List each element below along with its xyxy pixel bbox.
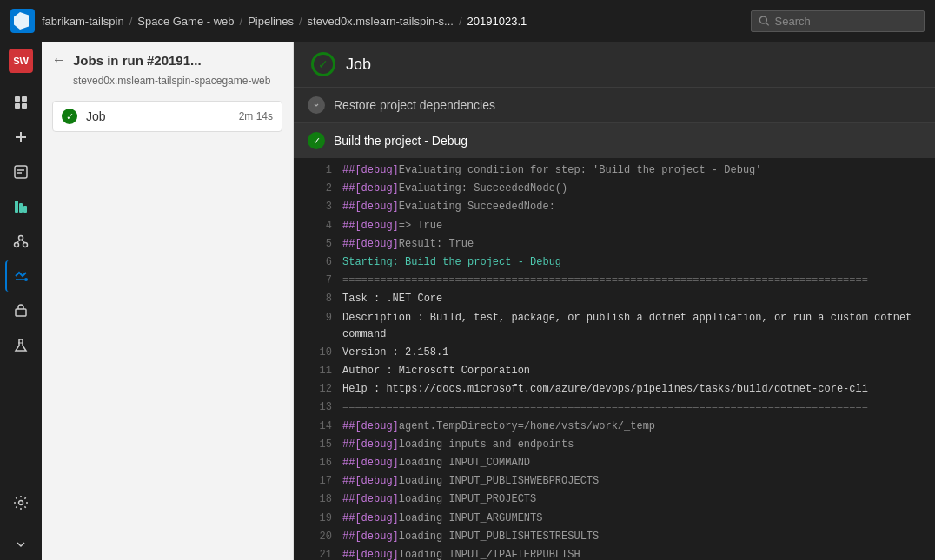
svg-point-15 bbox=[15, 243, 19, 247]
svg-rect-5 bbox=[22, 103, 27, 109]
svg-rect-12 bbox=[19, 203, 23, 213]
job-duration: 2m 14s bbox=[239, 110, 273, 122]
log-line: 10Version : 2.158.1 bbox=[294, 344, 935, 362]
line-number: 13 bbox=[301, 399, 332, 416]
sidebar-item-boards[interactable] bbox=[5, 191, 36, 222]
log-line: 3##[debug]Evaluating SucceededNode: bbox=[294, 198, 935, 216]
log-line: 21##[debug]loading INPUT_ZIPAFTERPUBLISH bbox=[294, 546, 935, 560]
log-text: ##[debug]Result: True bbox=[342, 236, 474, 253]
active-step-icon: ✓ bbox=[308, 132, 325, 149]
sidebar-item-repos[interactable] bbox=[5, 226, 36, 257]
sep1: / bbox=[129, 15, 133, 28]
sep2: / bbox=[240, 15, 243, 28]
user-avatar[interactable]: SW bbox=[9, 49, 33, 73]
sidebar-item-test[interactable] bbox=[5, 330, 36, 361]
search-box[interactable] bbox=[751, 10, 925, 32]
svg-rect-2 bbox=[15, 96, 20, 102]
log-text: ##[debug]loading INPUT_PROJECTS bbox=[342, 491, 536, 508]
line-number: 18 bbox=[301, 491, 332, 508]
job-success-icon: ✓ bbox=[311, 52, 335, 76]
log-text: ##[debug]Evaluating SucceededNode: bbox=[342, 199, 555, 215]
line-number: 19 bbox=[301, 511, 332, 527]
active-step-header[interactable]: ✓ Build the project - Debug bbox=[294, 123, 935, 158]
log-text: ========================================… bbox=[342, 399, 868, 416]
log-line: 4##[debug]=> True bbox=[294, 217, 935, 235]
sidebar-item-add[interactable] bbox=[5, 122, 36, 153]
log-line: 19##[debug]loading INPUT_ARGUMENTS bbox=[294, 510, 935, 528]
line-number: 3 bbox=[301, 199, 332, 215]
left-panel-header: ← Jobs in run #20191... bbox=[52, 52, 282, 68]
svg-rect-8 bbox=[15, 166, 27, 178]
log-line: 13======================================… bbox=[294, 399, 935, 417]
line-number: 15 bbox=[301, 437, 332, 453]
breadcrumb-pipeline-name[interactable]: steved0x.mslearn-tailspin-s... bbox=[308, 15, 454, 28]
job-status-icon: ✓ bbox=[62, 109, 77, 124]
job-list-item[interactable]: ✓ Job 2m 14s bbox=[52, 101, 282, 132]
topbar: fabrikam-tailspin / Space Game - web / P… bbox=[0, 0, 935, 42]
sidebar-item-settings[interactable] bbox=[5, 487, 36, 518]
active-step-title: Build the project - Debug bbox=[334, 134, 468, 148]
job-header: ✓ Job bbox=[294, 42, 935, 88]
log-container[interactable]: 1##[debug]Evaluating condition for step:… bbox=[294, 158, 935, 560]
sidebar-item-overview[interactable] bbox=[5, 156, 36, 188]
log-line: 1##[debug]Evaluating condition for step:… bbox=[294, 161, 935, 180]
search-input[interactable] bbox=[775, 15, 917, 28]
svg-rect-3 bbox=[22, 96, 27, 102]
sep4: / bbox=[459, 15, 462, 28]
svg-line-17 bbox=[17, 240, 21, 243]
line-number: 5 bbox=[301, 236, 332, 253]
breadcrumb: fabrikam-tailspin / Space Game - web / P… bbox=[42, 15, 527, 28]
collapsed-step-title: Restore project dependencies bbox=[334, 98, 495, 112]
breadcrumb-project[interactable]: Space Game - web bbox=[137, 15, 234, 28]
line-number: 16 bbox=[301, 455, 332, 471]
log-text: ##[debug]loading INPUT_PUBLISHTESTRESULT… bbox=[342, 529, 599, 545]
log-text: ##[debug]loading INPUT_ZIPAFTERPUBLISH bbox=[342, 547, 580, 560]
panel-title: Jobs in run #20191... bbox=[73, 53, 202, 68]
svg-point-19 bbox=[24, 278, 28, 281]
log-text: Starting: Build the project - Debug bbox=[342, 254, 561, 271]
svg-point-14 bbox=[19, 236, 23, 240]
azure-devops-logo[interactable] bbox=[10, 9, 35, 33]
line-number: 14 bbox=[301, 418, 332, 435]
log-text: ##[debug]=> True bbox=[342, 218, 442, 234]
right-content: ✓ Job Restore project dependencies ✓ Bui… bbox=[294, 42, 935, 560]
main-layout: SW bbox=[0, 42, 935, 560]
log-text: Version : 2.158.1 bbox=[342, 345, 448, 361]
log-line: 9Description : Build, test, package, or … bbox=[294, 309, 935, 344]
log-line: 16##[debug]loading INPUT_COMMAND bbox=[294, 454, 935, 472]
sidebar-icons: SW bbox=[0, 42, 42, 560]
line-number: 17 bbox=[301, 473, 332, 490]
line-number: 2 bbox=[301, 181, 332, 197]
back-button[interactable]: ← bbox=[52, 52, 66, 68]
log-text: ##[debug]loading INPUT_ARGUMENTS bbox=[342, 511, 542, 527]
breadcrumb-pipelines[interactable]: Pipelines bbox=[248, 15, 294, 28]
log-line: 17##[debug]loading INPUT_PUBLISHWEBPROJE… bbox=[294, 472, 935, 491]
job-title: Job bbox=[346, 56, 371, 74]
line-number: 4 bbox=[301, 218, 332, 234]
svg-point-16 bbox=[23, 243, 28, 247]
breadcrumb-org[interactable]: fabrikam-tailspin bbox=[42, 15, 124, 28]
sidebar-expand-icon[interactable] bbox=[5, 529, 36, 560]
sep3: / bbox=[299, 15, 302, 28]
sidebar-item-pipelines[interactable] bbox=[5, 260, 36, 292]
svg-rect-21 bbox=[16, 309, 26, 316]
breadcrumb-run-id[interactable]: 20191023.1 bbox=[468, 15, 527, 28]
line-number: 21 bbox=[301, 547, 332, 560]
line-number: 7 bbox=[301, 273, 332, 289]
log-text: ##[debug]loading INPUT_PUBLISHWEBPROJECT… bbox=[342, 473, 599, 490]
svg-rect-4 bbox=[15, 103, 20, 109]
log-text: Description : Build, test, package, or p… bbox=[342, 310, 928, 343]
log-text: ##[debug]loading INPUT_COMMAND bbox=[342, 455, 530, 471]
sidebar-item-home[interactable] bbox=[5, 87, 36, 118]
log-text: Help : https://docs.microsoft.com/azure/… bbox=[342, 381, 868, 398]
sidebar-item-artifacts[interactable] bbox=[5, 295, 36, 326]
line-number: 6 bbox=[301, 254, 332, 271]
svg-point-23 bbox=[19, 501, 23, 505]
log-line: 7=======================================… bbox=[294, 272, 935, 290]
line-number: 10 bbox=[301, 345, 332, 361]
log-line: 2##[debug]Evaluating: SucceededNode() bbox=[294, 180, 935, 198]
left-panel: ← Jobs in run #20191... steved0x.mslearn… bbox=[42, 42, 294, 560]
collapsed-step[interactable]: Restore project dependencies bbox=[294, 88, 935, 123]
line-number: 11 bbox=[301, 363, 332, 379]
svg-rect-11 bbox=[15, 201, 18, 213]
